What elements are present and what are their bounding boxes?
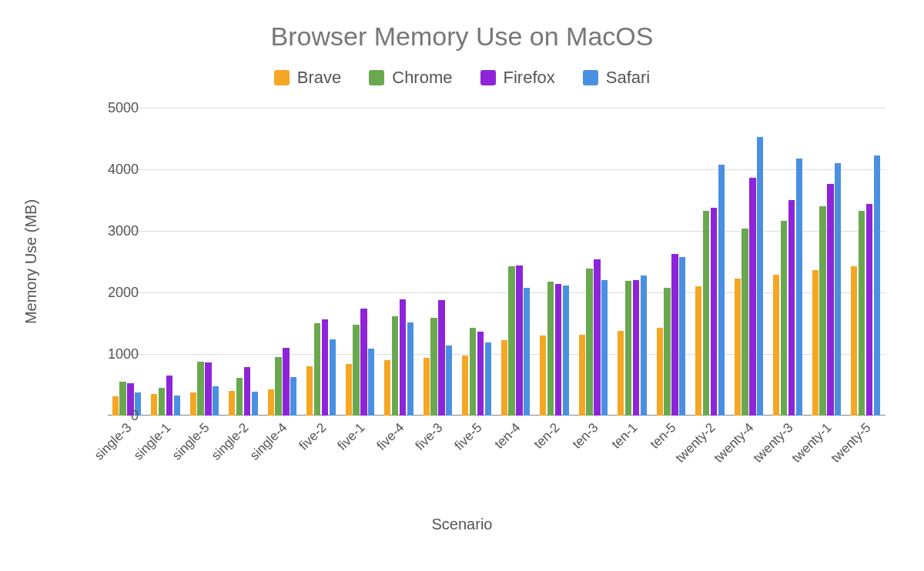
bar [555,284,561,416]
bar [275,357,281,416]
bar [283,348,289,416]
bar [718,165,725,416]
bar [641,275,647,416]
bar [470,328,476,416]
bar [244,367,250,416]
bar [290,377,296,416]
legend-label: Firefox [504,68,555,88]
y-tick-label: 0 [92,408,139,424]
bar-group [652,108,691,416]
bar-group [808,108,847,416]
legend-label: Brave [297,68,341,88]
bar [547,282,554,416]
legend: BraveChromeFirefoxSafari [0,68,924,90]
bar [430,318,437,416]
bar [819,206,825,416]
bar [306,366,313,416]
legend-item: Firefox [480,68,555,88]
bar [229,391,235,416]
bar [353,325,359,416]
bar [462,356,468,416]
bar [174,396,180,416]
bar [859,211,865,416]
bar-group [341,108,380,416]
bar [563,286,569,416]
bar [749,178,755,416]
bar [205,362,211,416]
bar [314,323,320,416]
bar [190,392,196,416]
bar [579,335,585,416]
bar [851,266,857,416]
legend-label: Chrome [392,68,452,88]
bar-group [769,108,808,416]
bar-group [186,108,225,416]
bar [671,254,678,416]
bar [166,376,172,416]
bar [392,316,398,416]
bar-group [458,108,497,416]
bar-group [419,108,458,416]
bar [151,394,157,416]
bar [400,299,406,416]
bar [485,342,491,416]
bar [711,208,717,416]
plot-area [108,108,886,416]
bar [268,389,274,416]
bar [501,340,507,416]
bar-group [108,108,147,416]
bar [796,159,802,416]
bar [516,265,522,416]
legend-swatch [583,70,598,85]
legend-label: Safari [606,68,650,88]
bar [384,360,390,416]
bar [601,280,608,416]
bar [788,200,795,416]
bar [633,280,639,416]
legend-item: Safari [583,68,650,88]
bar [874,155,880,416]
bar [703,211,709,416]
chart-container: Browser Memory Use on MacOS BraveChromeF… [0,0,924,571]
bar [835,163,841,416]
bar-group [614,108,653,416]
bar [368,349,374,416]
bar [508,266,514,416]
bar-group [847,108,886,416]
bar [664,288,670,416]
x-axis-label: Scenario [0,516,924,533]
y-tick-label: 4000 [92,162,139,178]
bar [360,309,367,416]
bar [735,279,741,416]
bar [812,270,819,416]
bar-group [303,108,342,416]
legend-swatch [480,70,496,85]
bar [618,331,624,416]
bar [757,137,763,416]
bar-group [536,108,575,416]
y-tick-label: 5000 [92,100,139,116]
bar-group [225,108,264,416]
bar [446,346,452,416]
bar [236,378,243,416]
bar-group [263,108,303,416]
bar [438,300,444,416]
bar [866,204,872,416]
bar [322,319,328,416]
bar-group [147,108,186,416]
bar [407,322,413,416]
bar-group [574,108,614,416]
y-axis-label: Memory Use (MB) [22,199,40,324]
bar [252,392,258,416]
bar-group [497,108,536,416]
bar [197,362,203,416]
bar [625,281,631,416]
bar [477,332,484,416]
bar [330,339,336,416]
bar [424,358,430,416]
chart-title: Browser Memory Use on MacOS [0,22,924,52]
legend-swatch [274,70,290,85]
bar [159,388,165,416]
legend-item: Chrome [369,68,452,88]
legend-item: Brave [274,68,341,88]
